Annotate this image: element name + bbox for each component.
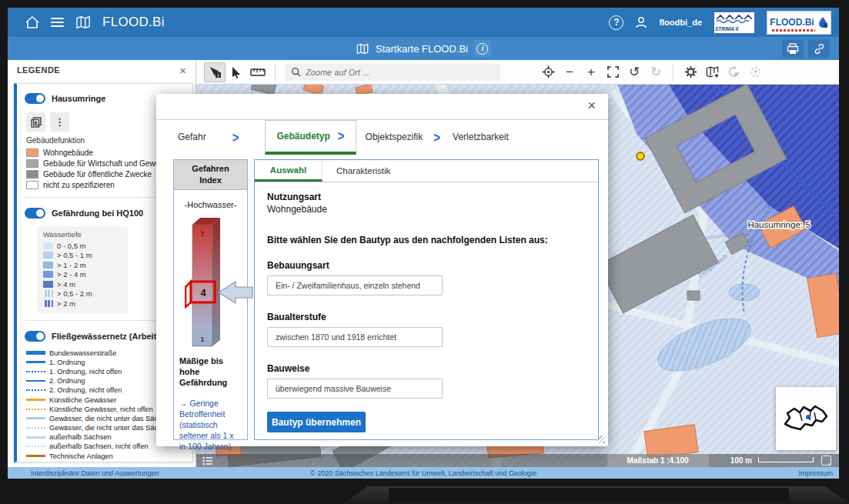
color-swatch xyxy=(43,281,53,288)
saxony-outline-icon xyxy=(776,387,836,450)
attribution-list-button[interactable] xyxy=(202,456,213,466)
user-icon[interactable] xyxy=(634,15,648,29)
legend-item-label: außerhalb Sachsen, nicht offen xyxy=(49,442,149,450)
gefaehrdung-toggle[interactable] xyxy=(25,208,45,219)
legend-item: 0 - 0,5 m xyxy=(43,241,122,251)
legend-item: > 0,5 - 2 m xyxy=(43,289,122,299)
link-icon xyxy=(814,43,825,55)
map-icon xyxy=(75,15,92,29)
username-label: floodbi_de xyxy=(659,18,702,27)
settings-button[interactable] xyxy=(680,62,701,82)
line-swatch xyxy=(26,351,45,355)
color-swatch-striped xyxy=(43,290,53,297)
hazard-value: 4 xyxy=(200,287,206,299)
scalebar-close-icon[interactable] xyxy=(821,456,831,466)
wassertiefe-legend: Wassertiefe 0 - 0,5 m > 0,5 - 1 m > 1 - … xyxy=(37,226,128,313)
legend-item-label: Wohngebäude xyxy=(43,149,93,157)
legend-item: > 4 m xyxy=(43,279,122,289)
line-swatch xyxy=(26,446,45,447)
impressum-link[interactable]: Impressum xyxy=(798,469,833,477)
feature-info-tool[interactable]: i xyxy=(204,62,226,82)
line-swatch xyxy=(26,380,45,382)
step-gebaeudetyp-active[interactable]: Gebäudetyp > xyxy=(265,120,356,155)
overview-map[interactable] xyxy=(776,387,836,450)
legend-title: LEGENDE xyxy=(17,65,60,75)
legend-close-icon[interactable]: × xyxy=(179,65,186,76)
top-navbar: FLOOD.Bi ? floodbi_de STRIMA II FLOOD.Bi xyxy=(8,8,839,37)
baualterstufe-select[interactable]: zwischen 1870 und 1918 errichtet xyxy=(267,327,443,347)
field-label: Bauweise xyxy=(267,363,586,374)
chevron-right-icon: > xyxy=(232,129,239,145)
tab-auswahl[interactable]: Auswahl xyxy=(255,160,323,182)
hausumringe-toggle[interactable] xyxy=(25,93,45,104)
zoom-in-button[interactable]: + xyxy=(580,62,602,82)
share-link-button[interactable] xyxy=(808,39,830,58)
color-swatch xyxy=(26,181,38,189)
time-slider-button[interactable] xyxy=(723,62,744,82)
tab-charakteristik[interactable]: Charakteristik xyxy=(323,160,404,182)
map-toolbar: i − + ↺ ↻ xyxy=(196,60,839,85)
building-type-dialog: × Gefahr > Gebäudetyp > Objektspezifik >… xyxy=(156,94,608,446)
layer-menu-button[interactable]: ⋮ xyxy=(50,112,69,132)
field-label: Bebauungsart xyxy=(267,260,586,271)
add-layer-button[interactable] xyxy=(701,62,723,82)
form-prompt: Bitte wählen Sie den Bautyp aus den nach… xyxy=(267,235,586,245)
legend-item-label: > 4 m xyxy=(57,280,75,289)
legend-item-label: > 0,5 - 2 m xyxy=(57,289,92,298)
undo-button[interactable]: ↺ xyxy=(623,62,645,82)
time-refresh-icon xyxy=(727,65,740,78)
apply-building-type-button[interactable]: Bautyp übernehmen xyxy=(267,412,366,432)
fliessgewaesser-toggle[interactable] xyxy=(25,331,45,342)
help-icon[interactable]: ? xyxy=(609,15,623,30)
bebauungsart-select[interactable]: Ein- / Zweifamilienhaus, einzeln stehend xyxy=(267,275,443,295)
search-input[interactable] xyxy=(306,68,475,77)
step-verletzbarkeit[interactable]: Verletzbarkeit xyxy=(453,132,509,142)
form-tabs: Auswahl Charakteristik xyxy=(255,160,598,182)
scale-segment: Maßstab 1 :4.100 xyxy=(607,454,709,467)
color-swatch xyxy=(43,271,53,278)
legend-item: Technische Anlagen xyxy=(26,452,192,461)
floodbi-logo[interactable]: FLOOD.Bi xyxy=(767,11,831,35)
strima-logo[interactable]: STRIMA II xyxy=(713,11,756,35)
map-statusbar: Maßstab 1 :4.100 100 m xyxy=(196,454,839,467)
step-objektspezifik[interactable]: Objektspezifik xyxy=(366,132,423,142)
bauweise-select[interactable]: überwiegend massive Bauweise xyxy=(267,379,443,399)
full-extent-button[interactable] xyxy=(602,62,623,82)
footer-bar: © 2020 Sächsisches Landesamt für Umwelt,… xyxy=(8,467,839,479)
line-swatch xyxy=(26,361,45,363)
map-add-icon xyxy=(705,65,720,78)
location-search[interactable] xyxy=(285,64,500,81)
measure-tool[interactable] xyxy=(247,62,269,82)
dialog-close-icon[interactable]: × xyxy=(587,98,596,112)
hazard-scale-bar: 7 1 4 xyxy=(185,215,258,352)
value-arrow-icon xyxy=(219,282,252,303)
pointer-tool[interactable] xyxy=(226,62,247,82)
chevron-right-icon: > xyxy=(433,129,440,145)
line-swatch xyxy=(26,427,45,429)
locate-tool[interactable] xyxy=(537,62,559,82)
layer-compare-button[interactable] xyxy=(26,112,45,132)
gear-icon xyxy=(684,65,697,78)
legend-item-label: außerhalb Sachsen xyxy=(49,433,112,441)
step-gefahr[interactable]: Gefahr xyxy=(178,132,206,142)
home-icon[interactable] xyxy=(25,15,40,29)
menu-icon[interactable] xyxy=(51,18,64,27)
redo-button[interactable]: ↻ xyxy=(645,62,667,82)
legend-item-label: 1. Ordnung xyxy=(49,359,85,366)
hazard-index-title: Gefahren Index xyxy=(174,160,247,190)
filter-refresh-button[interactable] xyxy=(744,62,766,82)
legend-item-label: 0 - 0,5 m xyxy=(57,242,86,250)
locate-icon xyxy=(542,65,555,78)
selected-building-marker[interactable] xyxy=(637,152,644,160)
print-button[interactable] xyxy=(782,39,804,58)
legend-header: LEGENDE × xyxy=(8,60,196,80)
map-info-button[interactable]: i xyxy=(474,40,491,57)
legend-item-label: Gebäude für öffentliche Zwecke xyxy=(43,170,152,179)
legend-item-label: 2. Ordnung xyxy=(49,377,85,385)
field-label: Baualterstufe xyxy=(267,312,586,322)
dialog-resize-handle[interactable] xyxy=(597,436,605,443)
scalebar-distance-label: 100 m xyxy=(730,456,752,465)
hazard-subtitle: -Hochwasser- xyxy=(174,200,247,209)
zoom-out-button[interactable]: − xyxy=(559,62,580,82)
legend-item-label: > 1 - 2 m xyxy=(57,261,86,269)
